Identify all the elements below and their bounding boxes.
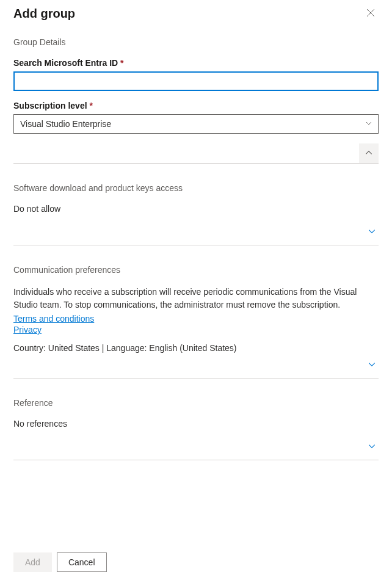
reference-section-title: Reference (13, 398, 379, 408)
communication-expand-button[interactable] (365, 358, 379, 373)
privacy-link[interactable]: Privacy (13, 325, 42, 335)
required-asterisk: * (89, 101, 92, 110)
reference-section: Reference No references (13, 378, 379, 460)
panel-title: Add group (13, 7, 75, 21)
search-entra-input[interactable] (13, 71, 379, 91)
group-details-header: Group Details (13, 37, 379, 47)
software-expand-button[interactable] (365, 225, 379, 240)
software-section: Software download and product keys acces… (13, 164, 379, 245)
terms-link[interactable]: Terms and conditions (13, 314, 94, 324)
communication-description: Individuals who receive a subscription w… (13, 286, 379, 311)
software-section-title: Software download and product keys acces… (13, 183, 379, 193)
close-button[interactable] (363, 5, 379, 23)
chevron-up-icon (365, 148, 373, 159)
chevron-down-icon (368, 228, 376, 237)
collapse-toggle[interactable] (359, 143, 379, 163)
reference-value: No references (13, 419, 379, 429)
search-label: Search Microsoft Entra ID * (13, 58, 379, 68)
communication-section-title: Communication preferences (13, 265, 379, 275)
add-button[interactable]: Add (13, 552, 52, 572)
close-icon (366, 9, 375, 19)
locale-text: Country: United States | Language: Engli… (13, 343, 379, 353)
required-asterisk: * (120, 58, 123, 68)
chevron-down-icon (368, 361, 376, 371)
software-access-value: Do not allow (13, 204, 379, 214)
chevron-down-icon (368, 443, 376, 452)
subscription-label: Subscription level * (13, 101, 379, 110)
communication-section: Communication preferences Individuals wh… (13, 245, 379, 378)
cancel-button[interactable]: Cancel (57, 552, 107, 572)
subscription-level-select[interactable]: Visual Studio Enterprise (13, 114, 379, 134)
reference-expand-button[interactable] (365, 440, 379, 455)
